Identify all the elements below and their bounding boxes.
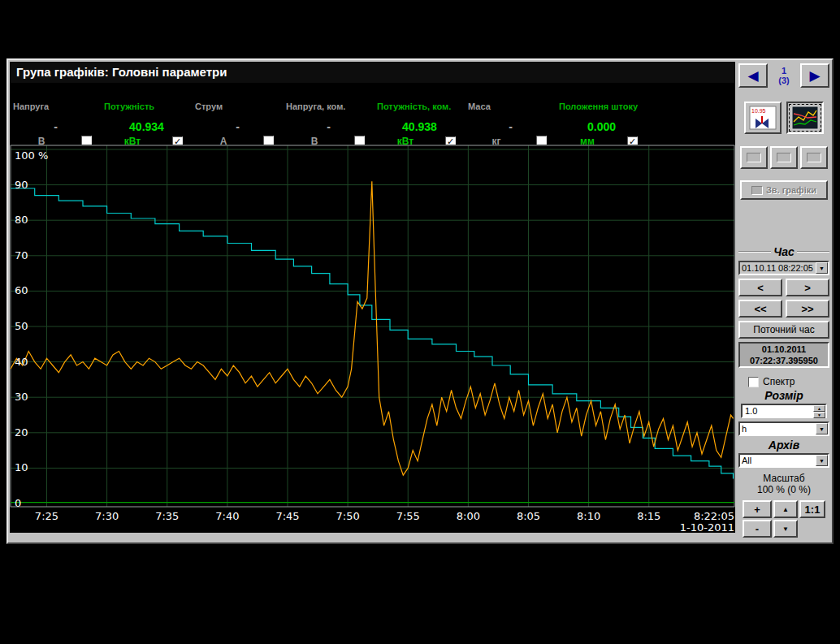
size-section-header: Розмір: [738, 389, 829, 402]
spectrum-checkbox[interactable]: [748, 377, 759, 387]
svg-text:80: 80: [15, 214, 28, 226]
disabled-tool-icon: [807, 153, 821, 162]
linked-graphs-icon: [751, 186, 763, 195]
size-unit-value: h: [740, 423, 816, 434]
svg-text:7:35: 7:35: [155, 510, 179, 522]
main-area: Група графіків: Головні параметри Напруг…: [10, 62, 735, 533]
tool-button-2: [770, 146, 798, 169]
valve-icon: 10.95: [749, 106, 777, 130]
channel-label: Потужність: [104, 102, 189, 120]
arrow-left-icon: ◀: [747, 69, 758, 83]
valve-scheme-button[interactable]: 10.95: [744, 102, 782, 134]
channel-value: -: [468, 120, 553, 133]
svg-text:7:55: 7:55: [396, 510, 420, 522]
current-time-button[interactable]: Поточний час: [738, 321, 829, 339]
tool-button-1: [740, 146, 768, 169]
channel-cell-rod-position: Положення штоку 0.000 мм ✓: [556, 102, 647, 145]
zoom-out-button[interactable]: -: [743, 520, 772, 538]
channel-value: 0.000: [559, 120, 644, 133]
window-title: Група графіків: Головні параметри: [10, 62, 735, 83]
svg-text:10: 10: [15, 461, 28, 473]
channel-label: Положення штоку: [559, 102, 644, 120]
chevron-down-icon[interactable]: ▼: [816, 262, 828, 274]
datetime-time: 07:22:37.395950: [740, 355, 828, 366]
archive-combobox[interactable]: All ▼: [738, 453, 829, 468]
channel-cell-mass: Маса - кг: [465, 102, 556, 145]
svg-text:30: 30: [15, 391, 28, 403]
step-back-button[interactable]: <: [738, 279, 782, 296]
disabled-tool-icon: [777, 153, 791, 162]
svg-text:7:50: 7:50: [336, 510, 360, 522]
archive-section-title: Архів: [769, 439, 799, 452]
divider: [738, 251, 771, 253]
svg-text:8:10: 8:10: [577, 510, 600, 522]
svg-text:8:00: 8:00: [457, 510, 480, 522]
channel-cell-power: Потужність 40.934 кВт ✓: [102, 102, 192, 145]
svg-text:0: 0: [15, 497, 21, 509]
scale-value: 100 % (0 %): [738, 484, 829, 495]
fast-forward-button[interactable]: >>: [786, 300, 829, 318]
linked-graphs-label: Зв. графіки: [766, 185, 816, 195]
svg-text:1-10-2011: 1-10-2011: [680, 521, 734, 533]
svg-text:100 %: 100 %: [15, 149, 48, 162]
channel-label: Струм: [195, 102, 280, 120]
archive-section-header: Архів: [738, 439, 829, 452]
one-to-one-button[interactable]: 1:1: [799, 500, 825, 518]
spinner-down-icon[interactable]: ▼: [813, 412, 825, 418]
size-unit-combobox[interactable]: h ▼: [738, 421, 829, 436]
scroll-up-button[interactable]: ▲: [773, 500, 798, 518]
chart-canvas[interactable]: 100 %90807060504030201007:257:307:357:40…: [10, 145, 735, 533]
channel-cell-current: Струм - А: [193, 102, 283, 145]
tool-button-3: [800, 146, 828, 169]
chevron-down-icon[interactable]: ▼: [816, 455, 828, 466]
fast-back-button[interactable]: <<: [738, 300, 782, 318]
channel-value: -: [13, 120, 98, 133]
time-section-title: Час: [773, 245, 794, 258]
svg-text:7:40: 7:40: [215, 510, 239, 522]
zoom-in-button[interactable]: +: [743, 500, 772, 518]
spinner-up-icon[interactable]: ▲: [813, 405, 825, 412]
size-section-title: Розмір: [764, 389, 803, 402]
channel-label: Маса: [468, 102, 553, 120]
svg-text:60: 60: [15, 284, 28, 296]
svg-text:8:22:05: 8:22:05: [694, 510, 734, 522]
disabled-tool-icon: [747, 153, 761, 162]
channel-label: Напруга, ком.: [286, 102, 371, 120]
channel-value: -: [195, 120, 280, 133]
divider: [797, 251, 829, 253]
svg-text:90: 90: [15, 179, 28, 191]
chevron-down-icon[interactable]: ▼: [816, 423, 828, 434]
svg-text:70: 70: [15, 249, 28, 261]
prev-group-button[interactable]: ◀: [738, 63, 768, 88]
channel-value: 40.934: [104, 120, 189, 133]
svg-text:50: 50: [15, 320, 28, 332]
linked-graphs-button: Зв. графіки: [740, 180, 828, 200]
sidebar: ◀ 1 (3) ▶ 10.95: [735, 60, 833, 542]
trend-chart[interactable]: 100 %90807060504030201007:257:307:357:40…: [10, 145, 735, 533]
next-group-button[interactable]: ▶: [800, 63, 829, 88]
channel-label: Потужність, ком.: [377, 102, 462, 120]
channel-strip: Напруга - В Потужність 40.934 кВт ✓ Стру…: [10, 83, 735, 145]
channel-value: 40.938: [377, 120, 462, 133]
datetime-date: 01.10.2011: [740, 344, 828, 355]
svg-text:40: 40: [15, 356, 28, 368]
svg-text:10.95: 10.95: [751, 108, 766, 114]
graphs-icon: [791, 106, 819, 130]
archive-value: All: [740, 455, 816, 466]
trend-window: Група графіків: Головні параметри Напруг…: [6, 58, 834, 544]
graphs-view-button[interactable]: [786, 102, 824, 134]
step-forward-button[interactable]: >: [786, 279, 829, 296]
spectrum-label: Спектр: [763, 376, 795, 387]
size-spinner[interactable]: 1.0 ▲ ▼: [741, 404, 827, 418]
scale-title: Масштаб: [738, 473, 829, 484]
channel-cell-voltage-com: Напруга, ком. - В: [284, 102, 374, 145]
svg-text:7:25: 7:25: [35, 510, 58, 522]
page-current: 1: [778, 66, 789, 76]
scroll-down-button[interactable]: ▼: [773, 520, 798, 538]
time-combobox[interactable]: 01.10.11 08:22:05 ▼: [738, 261, 829, 275]
channel-cell-power-com: Потужність, ком. 40.938 кВт ✓: [375, 102, 465, 145]
svg-text:8:15: 8:15: [637, 510, 660, 522]
svg-text:7:30: 7:30: [95, 510, 119, 522]
svg-text:20: 20: [15, 426, 28, 439]
channel-value: -: [286, 120, 371, 133]
